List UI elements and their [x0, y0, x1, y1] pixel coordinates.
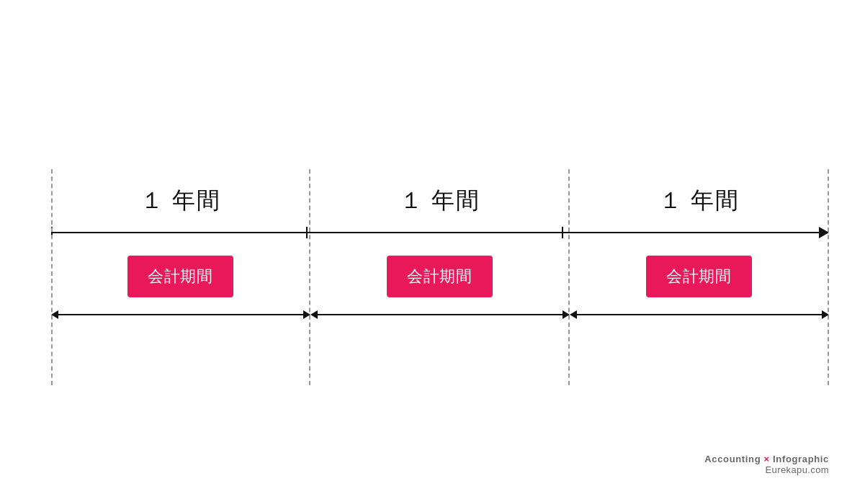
double-arrow-2: [310, 310, 570, 319]
arrow-left-1: [51, 310, 58, 319]
double-arrow-3: [570, 310, 829, 319]
diagram-area: １ 年間 １ 年間 １ 年間 会計期間 会計期間: [37, 185, 829, 319]
arrow-right-2: [563, 310, 570, 319]
arrow-right-3: [822, 310, 829, 319]
period-badge-1: 会計期間: [127, 256, 233, 297]
period-badges-row: 会計期間 会計期間 会計期間: [37, 256, 829, 297]
arrow-left-2: [310, 310, 318, 319]
watermark: Accounting × Infographic Eurekapu.com: [704, 454, 829, 475]
year-labels-row: １ 年間 １ 年間 １ 年間: [37, 185, 829, 217]
dashed-line-3-right: [828, 169, 829, 385]
period-section-3: 会計期間: [570, 256, 829, 297]
period-section-2: 会計期間: [310, 256, 570, 297]
period-badge-2: 会計期間: [387, 256, 493, 297]
timeline-line: [51, 232, 819, 233]
year-label-3: １ 年間: [570, 185, 829, 217]
watermark-cross: ×: [761, 454, 773, 464]
arrow-right-1: [303, 310, 310, 319]
tick-2: [562, 227, 563, 238]
double-arrow-1: [51, 310, 310, 319]
watermark-accounting: Accounting: [704, 454, 761, 464]
year-label-2: １ 年間: [310, 185, 570, 217]
double-arrow-row: [37, 310, 829, 319]
double-arrow-line-1: [58, 314, 303, 315]
dashed-line-1-left: [51, 169, 53, 385]
arrow-left-3: [570, 310, 577, 319]
period-section-1: 会計期間: [51, 256, 310, 297]
tick-1: [306, 227, 308, 238]
main-container: １ 年間 １ 年間 １ 年間 会計期間 会計期間: [0, 0, 865, 504]
watermark-line1: Accounting × Infographic: [704, 454, 829, 464]
year-label-1: １ 年間: [51, 185, 310, 217]
watermark-infographic: Infographic: [773, 454, 829, 464]
timeline-row: [37, 224, 829, 241]
double-arrow-line-2: [318, 314, 563, 315]
watermark-line2: Eurekapu.com: [704, 464, 829, 475]
period-badge-3: 会計期間: [646, 256, 752, 297]
double-arrow-line-3: [577, 314, 822, 315]
